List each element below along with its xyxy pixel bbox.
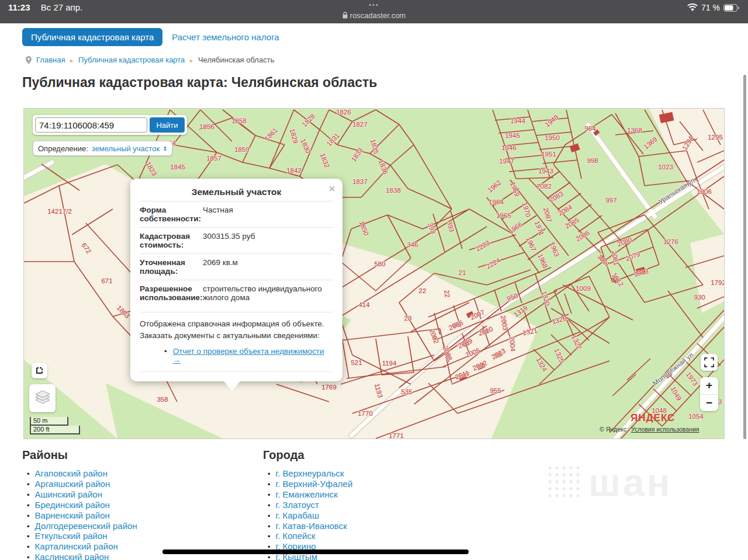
scale-metric: 50 m xyxy=(30,417,68,426)
breadcrumb-link[interactable]: Публичная кадастровая карта xyxy=(78,55,185,64)
parcel-number: 1054 xyxy=(688,413,704,420)
city-link[interactable]: г. Еманжелинск xyxy=(276,489,338,499)
bullet-icon: • xyxy=(27,532,30,541)
list-item: •г. Еманжелинск xyxy=(268,490,352,500)
tab-land-tax-calc[interactable]: Расчет земельного налога xyxy=(172,32,279,42)
parcel-number: 1792 xyxy=(711,279,725,286)
list-item: •г. Карабаш xyxy=(268,511,352,521)
layers-icon xyxy=(34,391,51,406)
search-button[interactable]: Найти xyxy=(150,117,185,133)
district-link[interactable]: Ашинский район xyxy=(35,489,102,499)
zoom-out-button[interactable]: − xyxy=(700,395,718,412)
home-indicator[interactable] xyxy=(162,549,469,554)
popup-note: Отображена справочная информация об объе… xyxy=(140,312,333,341)
measure-button[interactable] xyxy=(32,363,47,378)
tab-public-cadastral-map[interactable]: Публичная кадастровая карта xyxy=(22,28,162,46)
attribute-value: 2069 кв.м xyxy=(199,258,333,276)
parcel-number: 1009 xyxy=(576,285,591,292)
district-link[interactable]: Брединский район xyxy=(35,500,110,510)
city-link[interactable]: г. Карабаш xyxy=(276,510,319,520)
attribute-label: Форма собственности: xyxy=(140,206,199,223)
watermark-logo xyxy=(546,464,583,500)
district-link[interactable]: Варненский район xyxy=(35,510,110,520)
parcel-number: 1945 xyxy=(505,132,520,139)
parcel-number: 1951 xyxy=(541,151,556,158)
city-link[interactable]: г. Катав-Ивановск xyxy=(276,521,347,531)
popup-rows: Форма собственности:ЧастнаяКадастровая с… xyxy=(140,201,333,306)
domain-text: roscadaster.com xyxy=(350,11,406,20)
district-link[interactable]: Карталинский район xyxy=(35,541,118,551)
parcel-number: 1023 xyxy=(658,164,673,171)
parcel-number: 930 xyxy=(694,294,705,301)
attribute-value: 300315.35 руб xyxy=(199,232,333,249)
bullet-icon: • xyxy=(27,480,30,489)
parcel-number: 997 xyxy=(605,197,617,204)
bullet-icon: • xyxy=(268,491,271,499)
parcel-number: 1947 xyxy=(499,158,514,165)
district-link[interactable]: Долгодеревенский район xyxy=(35,521,137,531)
bullet-icon: • xyxy=(268,480,271,489)
parcel-number: 2004 xyxy=(508,336,517,352)
address-bar[interactable]: roscadaster.com xyxy=(0,11,748,20)
bullet-icon: • xyxy=(268,522,271,531)
definition-value: земельный участок xyxy=(92,144,160,153)
district-link[interactable]: Еткульский район xyxy=(35,531,108,541)
bullet-icon: • xyxy=(27,522,30,531)
battery-icon xyxy=(723,4,740,12)
district-link[interactable]: Каслинский район xyxy=(35,552,109,560)
city-link[interactable]: г. Копейск xyxy=(276,531,316,541)
report-link[interactable]: Отчет о проверке объекта недвижимости → xyxy=(173,347,333,364)
wifi-icon xyxy=(687,4,698,12)
parcel-number: 1295 xyxy=(708,134,723,141)
parcel-number: 1838 xyxy=(386,187,401,194)
ruler-icon xyxy=(35,366,44,375)
district-link[interactable]: Агаповский район xyxy=(35,468,108,478)
popup-link-row: • Отчет о проверке объекта недвижимости … xyxy=(164,347,333,364)
bullet-icon: • xyxy=(268,501,271,510)
attribute-value: строительство индивидуального жилого дом… xyxy=(199,284,333,302)
parcel-number: 1827 xyxy=(352,121,368,128)
attribute-label: Кадастровая стоимость: xyxy=(140,232,199,249)
parcel-number: 998 xyxy=(587,157,598,164)
breadcrumb-current: Челябинская область xyxy=(198,55,274,64)
page-scrollbar[interactable] xyxy=(743,75,746,439)
city-link[interactable]: г. Златоуст xyxy=(276,500,319,510)
parcel-number: 1950 xyxy=(545,134,560,141)
list-item: •Агаповский район xyxy=(27,469,137,479)
parcel-number: 964 xyxy=(584,125,595,132)
parcel-number: 580 xyxy=(374,260,385,267)
list-item: •г. Копейск xyxy=(268,531,352,542)
parcel-number: 22 xyxy=(443,290,451,298)
parcel-number: 1771 xyxy=(389,432,404,439)
lock-icon xyxy=(342,12,348,19)
bullet-icon: • xyxy=(27,553,30,560)
parcel-number: 1944 xyxy=(510,117,525,124)
layers-button[interactable] xyxy=(29,384,56,412)
breadcrumb-separator: ▸ xyxy=(188,57,195,64)
parcel-number: 1194 xyxy=(382,360,397,367)
popup-attribute-row: Форма собственности:Частная xyxy=(140,201,333,227)
list-item: •Долгодеревенский район xyxy=(27,521,137,532)
cadastral-map[interactable]: 185618581834185918571845182314217/218261… xyxy=(23,108,725,439)
map-pin-icon xyxy=(26,56,32,64)
search-input[interactable] xyxy=(35,117,147,133)
close-icon[interactable]: × xyxy=(328,182,335,196)
terms-link[interactable]: Условия использования xyxy=(631,426,699,433)
popup-note-line2: Заказать документы с актуальными сведени… xyxy=(140,331,320,340)
parcel-number: 1368 xyxy=(627,127,642,134)
definition-select[interactable]: Определение: земельный участок ▲▼ xyxy=(33,141,172,156)
zoom-in-button[interactable]: + xyxy=(700,377,718,395)
bullet-icon: • xyxy=(27,491,30,499)
parcel-number: 1857 xyxy=(206,155,221,162)
parcel-number: 414 xyxy=(358,301,369,308)
city-link[interactable]: г. Верхний-Уфалей xyxy=(276,479,353,489)
popup-note-line1: Отображена справочная информация об объе… xyxy=(140,319,324,328)
city-link[interactable]: г. Верхнеуральск xyxy=(276,468,344,478)
district-link[interactable]: Аргаяшский район xyxy=(35,479,110,489)
list-item: •г. Златоуст xyxy=(268,500,352,511)
breadcrumb-link[interactable]: Главная xyxy=(36,55,65,64)
fullscreen-button[interactable] xyxy=(701,354,718,371)
breadcrumb-items: Главная ▸ Публичная кадастровая карта ▸ … xyxy=(36,55,274,64)
map-canvas[interactable] xyxy=(24,109,724,439)
list-item: •Варненский район xyxy=(27,511,137,521)
